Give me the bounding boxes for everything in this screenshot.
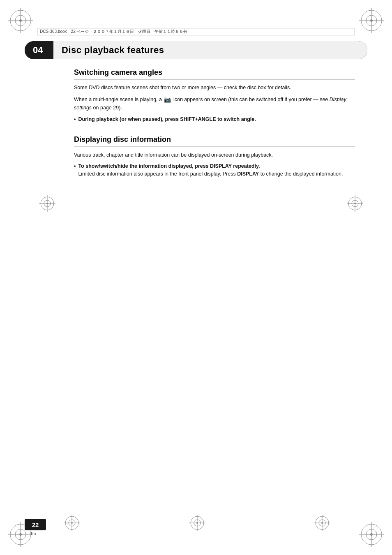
section-switching-camera-angles: Switching camera angles Some DVD discs f… <box>74 68 355 123</box>
disc-info-instruction-block: To show/switch/hide the information disp… <box>78 162 343 178</box>
section-title-disc-info: Displaying disc information <box>74 135 355 147</box>
camera-angles-bullet: • During playback (or when paused), pres… <box>74 116 355 123</box>
section-body-camera-angles: Some DVD discs feature scenes shot from … <box>74 84 355 123</box>
chapter-title: Disc playback features <box>62 45 164 56</box>
disc-info-bullet: • To show/switch/hide the information di… <box>74 162 355 178</box>
disc-info-instruction-normal: Limited disc information also appears in… <box>78 171 343 177</box>
camera-angle-icon: 📷 <box>164 95 171 104</box>
svg-point-14 <box>19 533 22 536</box>
svg-point-34 <box>354 203 356 204</box>
camera-angles-para2: When a multi-angle scene is playing, a 📷… <box>74 95 355 112</box>
chapter-number: 04 <box>25 41 53 59</box>
main-content: Switching camera angles Some DVD discs f… <box>74 68 355 506</box>
svg-point-19 <box>370 533 373 536</box>
corner-decoration-tl <box>8 8 33 33</box>
bottom-left-crosshair <box>64 515 80 532</box>
svg-point-24 <box>46 203 48 204</box>
bullet-symbol-2: • <box>74 162 76 178</box>
bullet-symbol: • <box>74 116 76 123</box>
bottom-center-crosshair <box>189 515 205 532</box>
svg-point-29 <box>196 522 198 524</box>
svg-point-9 <box>370 19 373 22</box>
bottom-right-crosshair <box>314 515 330 532</box>
disc-info-instruction-bold: To show/switch/hide the information disp… <box>78 163 260 169</box>
section-displaying-disc-info: Displaying disc information Various trac… <box>74 135 355 178</box>
right-margin-crosshair <box>347 195 363 213</box>
left-margin-crosshair <box>39 195 55 213</box>
file-info-bar: DCS-363.book 22 ページ ２００７年１月１６日 火曜日 午前１１時… <box>37 28 355 35</box>
page-lang: En <box>31 532 36 536</box>
section-title-camera-angles: Switching camera angles <box>74 68 355 80</box>
section-body-disc-info: Various track, chapter and title informa… <box>74 151 355 178</box>
file-info-text: DCS-363.book 22 ページ ２００７年１月１６日 火曜日 午前１１時… <box>40 29 188 35</box>
camera-angles-instruction: During playback (or when paused), press … <box>78 116 256 123</box>
svg-point-44 <box>321 522 323 524</box>
page-number: 22 <box>32 521 39 528</box>
corner-decoration-br <box>359 522 384 547</box>
svg-point-39 <box>71 522 73 524</box>
disc-info-para1: Various track, chapter and title informa… <box>74 151 355 159</box>
camera-angles-para1: Some DVD discs feature scenes shot from … <box>74 84 355 92</box>
svg-point-4 <box>19 19 22 22</box>
chapter-title-bg: Disc playback features <box>53 41 367 59</box>
chapter-header: 04 Disc playback features <box>25 41 367 59</box>
corner-decoration-tr <box>359 8 384 33</box>
page-number-box: 22 <box>25 519 46 530</box>
